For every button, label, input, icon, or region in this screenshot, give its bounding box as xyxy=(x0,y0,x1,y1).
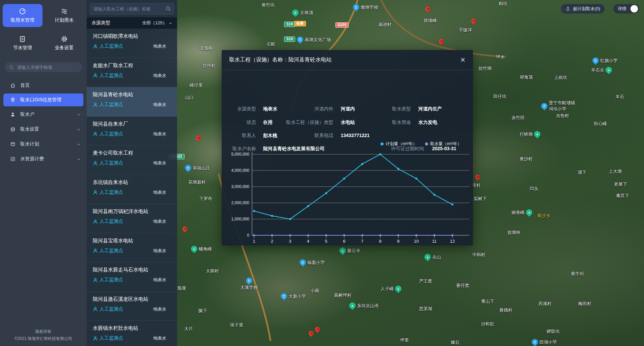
scenic-pin-icon[interactable]: ▲ xyxy=(349,302,356,309)
station-list-item[interactable]: 友能水厂取水工程人工监测点地表水 xyxy=(87,58,177,87)
toggle-knob[interactable] xyxy=(631,5,638,12)
over-plan-water-button[interactable]: 超计划取水(0) xyxy=(561,4,605,14)
close-icon[interactable]: ✕ xyxy=(460,57,466,63)
svg-text:3,000,000: 3,000,000 xyxy=(231,184,250,189)
scenic-pin-icon[interactable]: ▲ xyxy=(526,209,532,216)
detail-toggle[interactable]: 详情 xyxy=(613,4,639,14)
map-poi-label: 福新小学 xyxy=(307,260,325,266)
map-poi: 文大溪学校 xyxy=(240,277,258,291)
station-name: 东坑镇自来水站 xyxy=(93,179,171,186)
map-place-label: 南进村 xyxy=(379,22,392,28)
map-poi: 打铁塘▲ xyxy=(520,131,540,137)
person-icon xyxy=(93,307,98,312)
person-icon xyxy=(93,277,98,283)
monitor-type: 人工监测点 xyxy=(93,335,123,341)
school-pin-icon[interactable]: 文 xyxy=(541,103,548,109)
station-list-item[interactable]: 东坑镇自来水站人工监测点地表水 xyxy=(87,175,177,204)
scenic-pin-icon[interactable]: ▲ xyxy=(339,247,346,254)
map-place-label: 梅田村 xyxy=(578,301,591,307)
svg-text:7: 7 xyxy=(361,239,363,244)
sidebar-item-home[interactable]: 首页 xyxy=(0,78,87,92)
station-search xyxy=(90,3,174,15)
school-pin-icon[interactable]: 文 xyxy=(300,259,306,266)
database-icon xyxy=(10,127,16,132)
field-value: 河道内 xyxy=(341,106,355,112)
home-icon xyxy=(10,83,16,88)
sidebar-menu: 首页 取水口GIS信息管理 取水户 取水设置 取水计划 xyxy=(0,78,87,166)
map-place-label: 善德村 xyxy=(499,307,512,313)
sidebar: 取用水管理 计划用水 节水管理 业务设置 首页 xyxy=(0,0,87,346)
school-pin-icon[interactable]: 文 xyxy=(185,165,191,171)
scenic-pin-icon[interactable]: ▲ xyxy=(534,131,540,137)
map-poi: 人子嶂▲ xyxy=(381,286,401,292)
station-list-item[interactable]: 麦卡公司取水工程人工监测点地表水 xyxy=(87,145,177,175)
school-pin-icon[interactable]: 文 xyxy=(281,293,287,299)
document-icon xyxy=(19,35,26,43)
scenic-pin-icon[interactable]: ▲ xyxy=(191,246,197,252)
station-search-input[interactable] xyxy=(90,3,174,15)
map-poi-label: 墩塘学校 xyxy=(361,4,378,10)
station-list-item[interactable]: 陆河县南万镇杞洋水电站人工监测点地表水 xyxy=(87,204,177,233)
map-place-label: 箭竹塘 xyxy=(478,65,492,72)
road-badge: S19 xyxy=(284,36,295,42)
monitor-type: 人工监测点 xyxy=(93,73,123,79)
station-name: 陆河县自来水厂 xyxy=(93,121,171,127)
search-icon[interactable] xyxy=(165,6,171,11)
field-value: 13432771221 xyxy=(341,133,370,138)
sidebar-item-intake-settings[interactable]: 取水设置 xyxy=(0,122,87,136)
monitor-type: 人工监测点 xyxy=(93,102,123,108)
school-pin-icon[interactable]: 文 xyxy=(532,339,538,345)
school-pin-icon[interactable]: 文 xyxy=(353,4,359,10)
map-place-label: 青山下 xyxy=(481,298,494,304)
map-poi-label: 人子嶂 xyxy=(381,286,394,292)
field-value: 地表水 xyxy=(263,106,277,112)
school-pin-icon[interactable]: 文 xyxy=(297,36,303,43)
map-place-label: 下罗布 xyxy=(199,196,212,202)
road-badge: G235 xyxy=(335,22,349,28)
source-type-filter[interactable]: 水源类型 全部（125） xyxy=(87,17,177,29)
station-list-item[interactable]: 河口镇唱歌潭水电站人工监测点地表水 xyxy=(87,29,177,58)
field-value: 在用 xyxy=(263,119,273,126)
person-icon xyxy=(93,131,98,136)
field-label: 联系人 xyxy=(242,133,256,139)
field-label: 河道内外 xyxy=(314,106,333,112)
map-poi: 文大新小学 xyxy=(281,293,306,299)
map-poi: 文普宁市船埔镇 河坑小学 xyxy=(541,100,575,112)
tab-water-intake-management[interactable]: 取用水管理 xyxy=(3,4,43,27)
sidebar-item-intake-plan[interactable]: 取水计划 xyxy=(0,137,87,151)
station-list-item[interactable]: 陆河县青砼水电站人工监测点地表水 xyxy=(87,87,177,116)
station-list-item[interactable]: 水唇镇水栏肚水电站人工监测点地表水 xyxy=(87,321,177,346)
tab-planned-water-use[interactable]: 计划用水 xyxy=(45,4,84,27)
school-pin-icon[interactable]: 文 xyxy=(592,57,599,64)
station-list-item[interactable]: 陆河县宝塔水电站人工监测点地表水 xyxy=(87,233,177,263)
map-place-label: 老屋下 xyxy=(614,181,627,187)
scenic-pin-icon[interactable]: ▲ xyxy=(424,254,431,260)
sidebar-item-water-billing[interactable]: 水资源计费 xyxy=(0,152,87,166)
school-pin-icon[interactable]: 文 xyxy=(246,277,252,284)
map-poi: 羊石尖▲ xyxy=(591,67,612,73)
tab-water-saving-management[interactable]: 节水管理 xyxy=(3,32,43,55)
sidebar-item-water-users[interactable]: 取水户 xyxy=(0,107,87,122)
map-place-label: 思茅湖 xyxy=(419,306,432,312)
scenic-pin-icon[interactable]: ▲ xyxy=(292,9,299,16)
water-source-type: 地表水 xyxy=(153,335,171,341)
scenic-pin-icon[interactable]: ▲ xyxy=(606,67,612,73)
station-detail-modal: 取水工程（设施）名称：陆河县青砼水电站 ✕ 水源类型 地表水 河道内外 河道内 … xyxy=(222,50,473,245)
station-list-item[interactable]: 陆河县激石溪老区水电站人工监测点地表水 xyxy=(87,292,177,321)
map-place-label: 黄沙村 xyxy=(520,156,533,162)
keyword-search-input[interactable] xyxy=(17,64,78,70)
tile-label: 业务设置 xyxy=(55,45,74,51)
gear-icon xyxy=(61,35,68,43)
station-list-item[interactable]: 陆河县自来水厂人工监测点地表水 xyxy=(87,116,177,146)
tab-business-settings[interactable]: 业务设置 xyxy=(45,32,84,55)
person-icon xyxy=(93,219,98,224)
scenic-pin-icon[interactable]: ▲ xyxy=(395,286,401,292)
sidebar-item-gis-management[interactable]: 取水口GIS信息管理 xyxy=(3,94,83,106)
map-place-label: 庵页下 xyxy=(616,193,629,199)
map-poi-label: 天珠顶 xyxy=(300,10,313,16)
station-list-item[interactable]: 陆河县水唇走马石水电站人工监测点地表水 xyxy=(87,262,177,292)
plan-card-icon xyxy=(10,141,16,147)
map-place-label: 石船 xyxy=(267,41,275,47)
tile-label: 节水管理 xyxy=(13,45,32,51)
person-icon xyxy=(93,336,98,341)
